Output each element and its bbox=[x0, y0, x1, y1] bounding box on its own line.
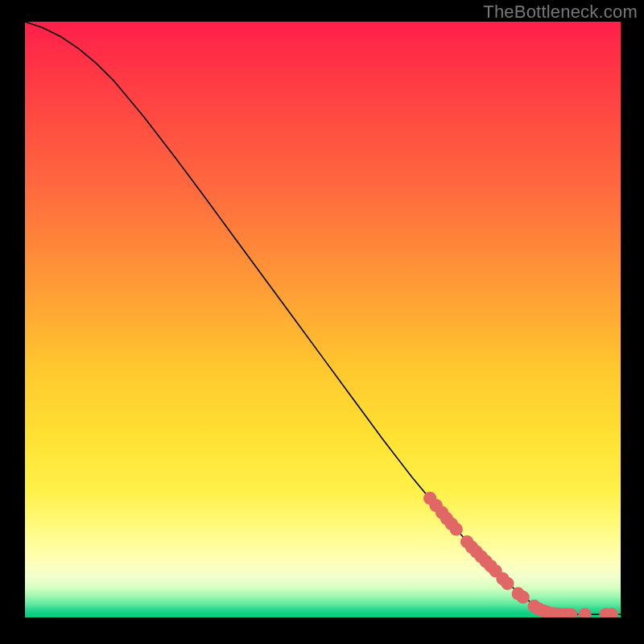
data-dot bbox=[501, 577, 514, 590]
dots-layer bbox=[25, 22, 621, 617]
data-dot bbox=[517, 591, 530, 604]
chart-frame: TheBottleneck.com bbox=[0, 0, 644, 644]
watermark-text: TheBottleneck.com bbox=[483, 2, 638, 23]
data-dot bbox=[450, 522, 463, 535]
data-dot bbox=[578, 608, 591, 617]
plot-area bbox=[25, 22, 621, 617]
dot-group bbox=[423, 492, 618, 617]
